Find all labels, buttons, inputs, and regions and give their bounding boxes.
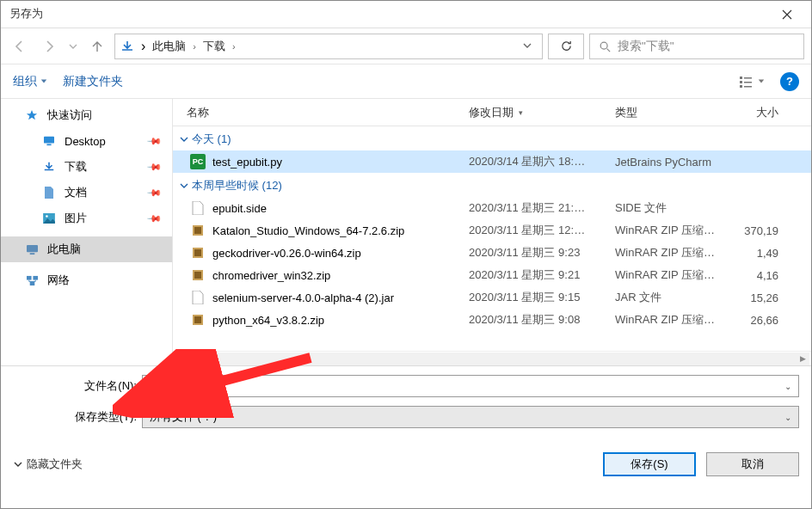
- arrow-right-icon: [42, 40, 56, 53]
- zip-file-icon: [190, 267, 206, 283]
- file-row[interactable]: epubit.side2020/3/11 星期三 21:…SIDE 文件: [173, 197, 811, 219]
- close-icon: [782, 9, 792, 20]
- chevron-right-icon: ›: [232, 41, 236, 52]
- chevron-right-icon: ›: [141, 39, 145, 54]
- file-row[interactable]: python_x64_v3.8.2.zip2020/3/11 星期三 9:08W…: [173, 309, 811, 331]
- pycharm-file-icon: PC: [190, 154, 206, 169]
- svg-rect-14: [33, 275, 38, 279]
- zip-file-icon: [190, 223, 206, 238]
- search-box[interactable]: 搜索"下载": [589, 34, 804, 59]
- svg-rect-3: [740, 81, 742, 83]
- svg-rect-21: [194, 272, 201, 279]
- scroll-left-icon[interactable]: ◀: [175, 353, 188, 365]
- sidebar-item-desktop[interactable]: Desktop📌: [1, 128, 172, 154]
- file-group-header[interactable]: 本周早些时候 (12): [173, 173, 811, 197]
- chevron-down-icon[interactable]: ⌄: [784, 382, 791, 391]
- pin-icon: 📌: [145, 132, 162, 149]
- file-name: epubit.side: [212, 202, 267, 215]
- refresh-icon: [560, 40, 573, 52]
- filename-input[interactable]: test_epubit.py ⌄: [142, 375, 799, 397]
- help-button[interactable]: ?: [780, 72, 799, 91]
- file-list[interactable]: 今天 (1)PCtest_epubit.py2020/3/14 星期六 18:……: [173, 126, 811, 351]
- file-group-header[interactable]: 今天 (1): [173, 126, 811, 150]
- network-icon: [25, 275, 39, 286]
- search-placeholder: 搜索"下载": [618, 39, 674, 54]
- scroll-track[interactable]: [188, 353, 796, 365]
- file-row[interactable]: chromedriver_win32.zip2020/3/11 星期三 9:21…: [173, 264, 811, 286]
- file-area: 名称 修改日期▾ 类型 大小 今天 (1)PCtest_epubit.py202…: [173, 99, 811, 365]
- downloads-icon: [120, 40, 134, 53]
- documents-icon: [42, 187, 56, 199]
- svg-point-0: [600, 42, 607, 49]
- svg-rect-2: [744, 77, 752, 79]
- horizontal-scrollbar[interactable]: ◀ ▶: [173, 351, 811, 365]
- address-dropdown[interactable]: [518, 40, 537, 52]
- file-row[interactable]: PCtest_epubit.py2020/3/14 星期六 18:…JetBra…: [173, 150, 811, 173]
- file-date: 2020/3/11 星期三 9:21: [469, 267, 615, 283]
- file-row[interactable]: Katalon_Studio_Windows_64-7.2.6.zip2020/…: [173, 219, 811, 242]
- monitor-icon: [25, 244, 39, 255]
- organize-menu[interactable]: 组织: [13, 74, 47, 89]
- sidebar-item-quick-access[interactable]: 快速访问: [1, 102, 172, 128]
- arrow-left-icon: [13, 40, 27, 53]
- cancel-button[interactable]: 取消: [706, 452, 799, 476]
- file-size: 26,66: [735, 314, 778, 327]
- filetype-label: 保存类型(T):: [13, 409, 142, 425]
- col-size[interactable]: 大小: [735, 105, 778, 120]
- zip-file-icon: [190, 312, 206, 328]
- file-name: geckodriver-v0.26.0-win64.zip: [212, 247, 361, 260]
- file-name: python_x64_v3.8.2.zip: [212, 314, 324, 327]
- close-button[interactable]: [768, 1, 806, 28]
- caret-down-icon: [758, 78, 765, 85]
- sidebar-item-pictures[interactable]: 图片📌: [1, 205, 172, 231]
- nav-row: › 此电脑 › 下载 › 搜索"下载": [1, 28, 811, 64]
- hide-folders-toggle[interactable]: 隐藏文件夹: [13, 457, 83, 472]
- scroll-right-icon[interactable]: ▶: [796, 353, 809, 365]
- pictures-icon: [42, 213, 56, 224]
- crumb-downloads[interactable]: 下载: [203, 39, 225, 54]
- window-title: 另存为: [9, 7, 43, 21]
- file-type: WinRAR ZIP 压缩…: [615, 312, 735, 328]
- svg-rect-23: [194, 316, 201, 323]
- up-button[interactable]: [85, 34, 109, 58]
- save-button[interactable]: 保存(S): [603, 452, 696, 476]
- sidebar-item-documents[interactable]: 文档📌: [1, 180, 172, 205]
- filetype-row: 保存类型(T): 所有文件 (*.*) ⌄: [13, 406, 799, 428]
- svg-rect-12: [29, 253, 34, 254]
- svg-rect-4: [744, 82, 752, 83]
- file-row[interactable]: selenium-server-4.0.0-alpha-4 (2).jar202…: [173, 286, 811, 309]
- svg-rect-11: [27, 244, 38, 251]
- col-type[interactable]: 类型: [615, 105, 735, 120]
- star-icon: [25, 109, 39, 121]
- history-dropdown[interactable]: [66, 34, 80, 58]
- file-date: 2020/3/14 星期六 18:…: [469, 154, 615, 169]
- col-name[interactable]: 名称: [187, 105, 469, 120]
- sidebar-item-network[interactable]: 网络: [1, 267, 172, 293]
- svg-rect-15: [29, 281, 34, 285]
- svg-rect-1: [740, 77, 742, 79]
- file-date: 2020/3/11 星期三 9:23: [469, 245, 615, 261]
- refresh-button[interactable]: [548, 34, 584, 59]
- bottom-panel: 文件名(N): test_epubit.py ⌄ 保存类型(T): 所有文件 (…: [1, 365, 811, 485]
- crumb-thispc[interactable]: 此电脑: [152, 39, 186, 54]
- chevron-right-icon: ›: [193, 41, 196, 52]
- filename-row: 文件名(N): test_epubit.py ⌄: [13, 375, 799, 397]
- svg-point-10: [46, 215, 48, 218]
- sidebar: 快速访问 Desktop📌 下载📌 文档📌 图片📌 此电脑 网络: [1, 99, 173, 365]
- tool-row: 组织 新建文件夹 ?: [1, 64, 811, 99]
- view-mode-button[interactable]: [740, 76, 765, 88]
- new-folder-button[interactable]: 新建文件夹: [63, 74, 123, 89]
- back-button[interactable]: [8, 34, 32, 58]
- file-row[interactable]: geckodriver-v0.26.0-win64.zip2020/3/11 星…: [173, 242, 811, 264]
- col-date[interactable]: 修改日期▾: [469, 105, 615, 120]
- filename-label: 文件名(N):: [13, 378, 142, 394]
- file-size: 4,16: [735, 269, 778, 282]
- sidebar-item-thispc[interactable]: 此电脑: [1, 236, 172, 262]
- filetype-select[interactable]: 所有文件 (*.*) ⌄: [142, 406, 799, 428]
- file-name: selenium-server-4.0.0-alpha-4 (2).jar: [212, 291, 394, 304]
- file-name: Katalon_Studio_Windows_64-7.2.6.zip: [212, 224, 404, 237]
- address-bar[interactable]: › 此电脑 › 下载 ›: [114, 34, 543, 59]
- chevron-down-icon[interactable]: ⌄: [784, 413, 791, 422]
- sidebar-item-downloads[interactable]: 下载📌: [1, 154, 172, 180]
- forward-button[interactable]: [37, 34, 61, 58]
